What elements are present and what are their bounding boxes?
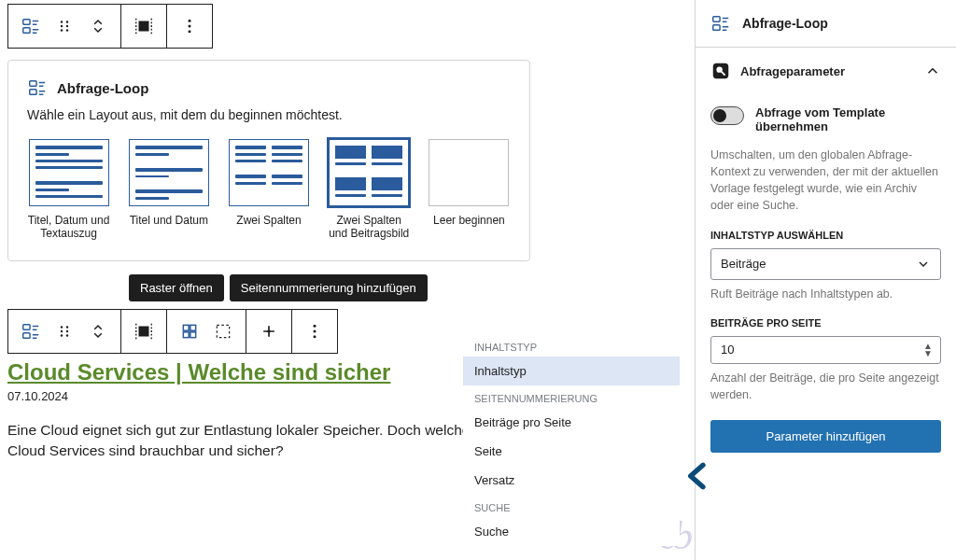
svg-point-7 <box>66 29 68 31</box>
svg-rect-24 <box>190 325 196 330</box>
pattern-option-label: Zwei Spalten <box>227 214 310 227</box>
grid-view-icon[interactable] <box>176 318 203 344</box>
svg-point-9 <box>189 20 191 22</box>
svg-rect-12 <box>30 81 36 87</box>
add-filter-dropdown: INHALTSTYPInhaltstypSEITENNUMMERIERUNGBe… <box>463 334 680 546</box>
dropdown-item[interactable]: Seite <box>463 437 680 466</box>
drag-handle-icon[interactable] <box>51 318 77 344</box>
svg-point-6 <box>66 25 68 27</box>
add-parameter-button[interactable]: Parameter hinzufügen <box>710 420 941 453</box>
svg-rect-1 <box>23 28 30 34</box>
svg-rect-27 <box>217 325 229 337</box>
svg-point-5 <box>66 21 68 22</box>
svg-rect-15 <box>23 333 30 339</box>
pattern-option-label: Leer beginnen <box>428 214 511 227</box>
block-settings-sidebar: Abfrage-Loop Abfrageparameter Abfrage vo… <box>695 0 956 560</box>
dropdown-group-label: SUCHE <box>463 495 680 517</box>
inherit-query-label: Abfrage vom Template übernehmen <box>755 105 941 133</box>
pattern-option-label: Titel und Datum <box>127 214 210 227</box>
query-loop-icon <box>710 13 731 34</box>
dropdown-item[interactable]: Inhaltstyp <box>463 357 680 385</box>
svg-point-31 <box>314 335 316 338</box>
pattern-picker-panel: Abfrage-Loop Wähle ein Layout aus, mit d… <box>7 60 530 261</box>
pattern-option-label: Titel, Datum und Textauszug <box>27 214 110 240</box>
block-toolbar-secondary <box>7 309 338 354</box>
number-stepper-icon[interactable]: ▲▼ <box>923 343 933 357</box>
pattern-picker-title: Abfrage-Loop <box>57 80 148 96</box>
svg-point-21 <box>66 334 68 336</box>
per-page-help: Anzahl der Beiträge, die pro Seite angez… <box>710 370 941 403</box>
pattern-picker-items: Titel, Datum und TextauszugTitel und Dat… <box>27 139 511 240</box>
svg-rect-22 <box>139 327 149 337</box>
svg-point-19 <box>66 326 68 328</box>
chevron-up-icon <box>924 63 941 79</box>
open-grid-button[interactable]: Raster öffnen <box>129 274 224 301</box>
svg-point-20 <box>66 330 68 332</box>
svg-point-4 <box>61 29 63 31</box>
query-loop-icon <box>27 77 48 98</box>
post-type-field-label: INHALTSTYP AUSWÄHLEN <box>710 230 941 241</box>
post-type-help: Ruft Beiträge nach Inhaltstypen ab. <box>710 286 941 302</box>
dropdown-item[interactable]: Suche <box>463 517 680 546</box>
svg-rect-8 <box>139 21 149 32</box>
pattern-option-label: Zwei Spalten und Beitragsbild <box>328 214 411 240</box>
per-page-input[interactable]: 10 ▲▼ <box>710 336 941 364</box>
post-type-value: Beiträge <box>721 257 766 271</box>
list-view-icon[interactable] <box>210 318 236 344</box>
align-full-icon[interactable] <box>131 318 157 344</box>
svg-point-16 <box>61 326 63 328</box>
post-type-select[interactable]: Beiträge <box>710 248 941 280</box>
post-preview: Cloud Services | Welche sind sicher 07.1… <box>7 359 493 460</box>
per-page-field-label: BEITRÄGE PRO SEITE <box>710 317 941 329</box>
sidebar-block-name: Abfrage-Loop <box>742 16 828 31</box>
panel-toggle-query-params[interactable]: Abfrageparameter <box>696 48 956 94</box>
panel-title: Abfrageparameter <box>740 64 845 78</box>
svg-point-10 <box>189 25 191 28</box>
pattern-option-title-date[interactable]: Titel und Datum <box>127 139 210 240</box>
drag-handle-icon[interactable] <box>51 13 77 39</box>
inherit-query-toggle[interactable] <box>710 106 744 125</box>
dropdown-group-label: INHALTSTYP <box>463 334 680 357</box>
add-pagination-button[interactable]: Seitennummerierung hinzufügen <box>230 274 428 301</box>
pattern-picker-subtitle: Wähle ein Layout aus, mit dem du beginne… <box>27 107 511 122</box>
svg-rect-26 <box>190 332 196 338</box>
pattern-option-two-col-image[interactable]: Zwei Spalten und Beitragsbild <box>328 139 411 240</box>
inherit-query-help: Umschalten, um den globalen Abfrage-Kont… <box>710 147 941 215</box>
svg-rect-14 <box>23 325 30 330</box>
more-options-icon[interactable] <box>302 318 328 344</box>
pattern-option-two-col[interactable]: Zwei Spalten <box>227 139 310 240</box>
svg-rect-13 <box>30 90 36 95</box>
svg-rect-0 <box>23 20 30 25</box>
per-page-value: 10 <box>721 343 734 357</box>
move-up-down-icon[interactable] <box>85 318 111 344</box>
query-loop-icon[interactable] <box>18 13 44 39</box>
query-loop-icon[interactable] <box>18 318 44 344</box>
svg-rect-23 <box>183 325 189 330</box>
post-title-link[interactable]: Cloud Services | Welche sind sicher <box>7 359 493 385</box>
annotation-arrow-icon <box>680 457 717 495</box>
dropdown-group-label: SEITENNUMMERIERUNG <box>463 385 680 408</box>
svg-point-28 <box>268 330 270 332</box>
block-toolbar-primary <box>7 4 213 49</box>
post-date: 07.10.2024 <box>7 389 493 403</box>
svg-point-3 <box>61 25 63 27</box>
svg-point-2 <box>61 21 63 22</box>
pattern-option-title-date-excerpt[interactable]: Titel, Datum und Textauszug <box>27 139 110 240</box>
align-full-icon[interactable] <box>131 13 157 39</box>
svg-point-11 <box>189 30 191 33</box>
dropdown-item[interactable]: Versatz <box>463 466 680 495</box>
move-up-down-icon[interactable] <box>85 13 111 39</box>
svg-point-29 <box>314 325 316 328</box>
svg-rect-33 <box>713 25 720 31</box>
svg-point-30 <box>314 330 316 333</box>
dropdown-item[interactable]: Beiträge pro Seite <box>463 408 680 437</box>
query-params-icon <box>710 61 731 81</box>
svg-point-18 <box>61 334 63 336</box>
svg-rect-32 <box>713 17 720 22</box>
svg-point-17 <box>61 330 63 332</box>
more-options-icon[interactable] <box>176 13 203 39</box>
svg-point-35 <box>716 66 722 72</box>
post-excerpt: Eine Cloud eignet sich gut zur Entlastun… <box>7 420 493 460</box>
pattern-option-blank[interactable]: Leer beginnen <box>428 139 511 240</box>
add-filter-icon[interactable] <box>256 318 282 344</box>
